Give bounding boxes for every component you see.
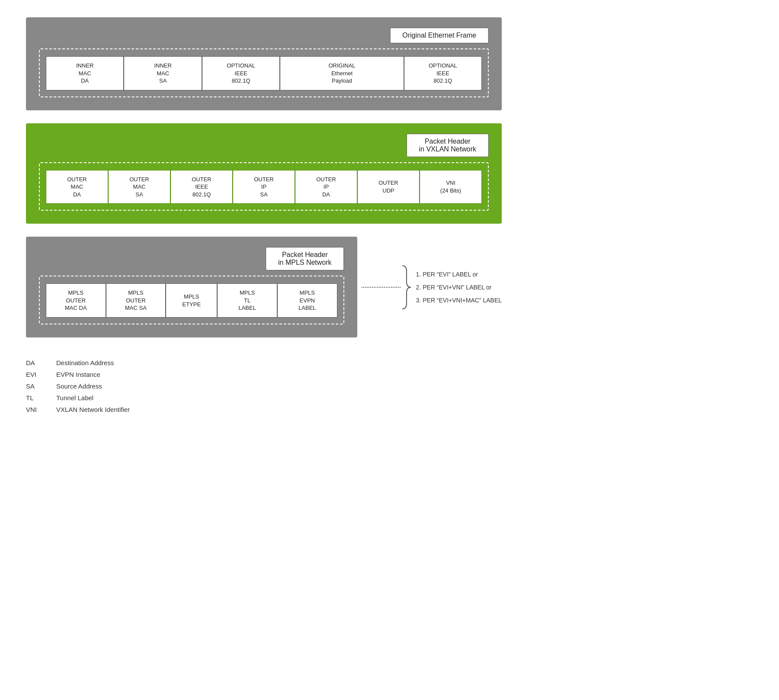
annotation-item-1: 1. PER “EVI” LABEL or: [416, 271, 502, 278]
legend-desc-sa: Source Address: [56, 382, 102, 390]
vxlan-dashed-border: OUTERMACDA OUTERMACSA OUTERIEEE802.1Q OU…: [39, 162, 489, 211]
mpls-outer-wrapper: Packet Headerin MPLS Network MPLSOUTERMA…: [26, 237, 502, 337]
legend-row-da: DA Destination Address: [26, 359, 502, 366]
cell-vni: VNI(24 Bits): [420, 170, 482, 204]
legend-row-sa: SA Source Address: [26, 382, 502, 390]
legend-row-tl: TL Tunnel Label: [26, 394, 502, 401]
cell-outer-mac-sa: OUTERMACSA: [108, 170, 170, 204]
ethernet-title: Original Ethernet Frame: [390, 28, 489, 43]
mpls-dashed-border: MPLSOUTERMAC DA MPLSOUTERMAC SA MPLSETYP…: [39, 276, 344, 324]
cell-optional-ieee-2: OPTIONALIEEE802.1Q: [404, 56, 482, 90]
mpls-dotted-line: [362, 287, 401, 288]
cell-mpls-tl-label: MPLSTLLABEL: [217, 283, 277, 318]
legend-desc-da: Destination Address: [56, 359, 114, 366]
legend-abbr-evi: EVI: [26, 371, 56, 378]
cell-mpls-etype: MPLSETYPE: [166, 283, 217, 318]
legend-desc-vni: VXLAN Network Identifier: [56, 406, 130, 413]
cell-inner-mac-da: INNERMACDA: [46, 56, 124, 90]
vxlan-title: Packet Headerin VXLAN Network: [407, 134, 489, 157]
mpls-brace-icon: [401, 263, 413, 311]
vxlan-section: Packet Headerin VXLAN Network OUTERMACDA…: [26, 123, 502, 224]
legend-abbr-da: DA: [26, 359, 56, 366]
mpls-section: Packet Headerin MPLS Network MPLSOUTERMA…: [26, 237, 357, 337]
mpls-cells-row: MPLSOUTERMAC DA MPLSOUTERMAC SA MPLSETYP…: [46, 283, 337, 318]
cell-outer-ip-sa: OUTERIPSA: [233, 170, 295, 204]
annotation-item-2: 2. PER “EVI+VNI” LABEL or: [416, 284, 502, 291]
ethernet-cells-row: INNERMACDA INNERMACSA OPTIONALIEEE802.1Q…: [46, 56, 482, 90]
cell-outer-ip-da: OUTERIPDA: [295, 170, 357, 204]
cell-inner-mac-sa: INNERMACSA: [124, 56, 202, 90]
cell-optional-ieee-1: OPTIONALIEEE802.1Q: [202, 56, 280, 90]
legend-desc-evi: EVPN Instance: [56, 371, 100, 378]
cell-outer-mac-da: OUTERMACDA: [46, 170, 108, 204]
ethernet-section: Original Ethernet Frame INNERMACDA INNER…: [26, 17, 502, 110]
main-diagram: Original Ethernet Frame INNERMACDA INNER…: [26, 17, 502, 413]
mpls-title: Packet Headerin MPLS Network: [266, 247, 344, 270]
legend-row-vni: VNI VXLAN Network Identifier: [26, 406, 502, 413]
mpls-annotation-list: 1. PER “EVI” LABEL or 2. PER “EVI+VNI” L…: [416, 271, 502, 304]
annotation-item-3: 3. PER “EVI+VNI+MAC” LABEL: [416, 297, 502, 304]
cell-mpls-evpn-label: MPLSEVPNLABEL: [277, 283, 337, 318]
legend-abbr-tl: TL: [26, 394, 56, 401]
vxlan-cells-row: OUTERMACDA OUTERMACSA OUTERIEEE802.1Q OU…: [46, 170, 482, 204]
cell-mpls-outer-mac-sa: MPLSOUTERMAC SA: [106, 283, 166, 318]
legend-abbr-vni: VNI: [26, 406, 56, 413]
legend-abbr-sa: SA: [26, 382, 56, 390]
cell-outer-ieee: OUTERIEEE802.1Q: [170, 170, 233, 204]
legend-row-evi: EVI EVPN Instance: [26, 371, 502, 378]
legend-desc-tl: Tunnel Label: [56, 394, 93, 401]
cell-original-ethernet-payload: ORIGINALEthernetPayload: [280, 56, 404, 90]
mpls-annotation: 1. PER “EVI” LABEL or 2. PER “EVI+VNI” L…: [362, 263, 502, 311]
ethernet-dashed-border: INNERMACDA INNERMACSA OPTIONALIEEE802.1Q…: [39, 48, 489, 97]
cell-outer-udp: OUTERUDP: [357, 170, 420, 204]
legend: DA Destination Address EVI EVPN Instance…: [26, 359, 502, 413]
cell-mpls-outer-mac-da: MPLSOUTERMAC DA: [46, 283, 106, 318]
